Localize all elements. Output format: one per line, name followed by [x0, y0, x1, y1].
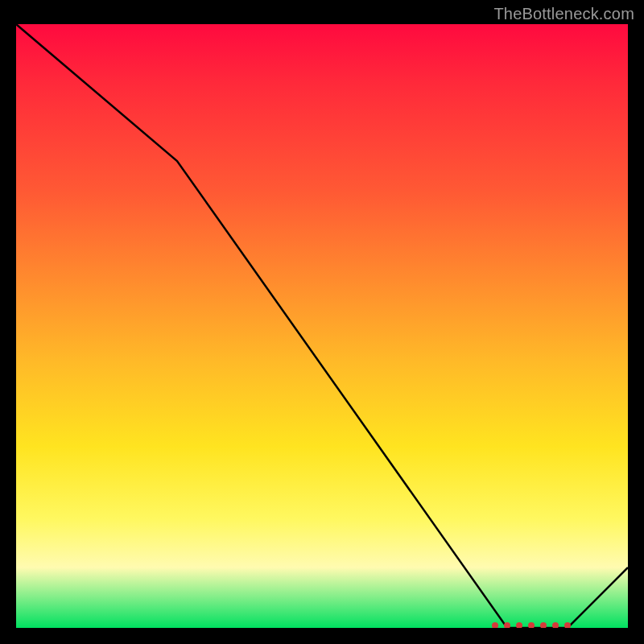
watermark-text: TheBottleneck.com — [493, 5, 634, 23]
curve-path — [16, 24, 628, 628]
marker-dot — [564, 622, 571, 628]
optimum-markers — [492, 622, 571, 628]
chart-stage: TheBottleneck.com — [0, 0, 644, 644]
marker-dot — [504, 622, 510, 628]
marker-dot — [516, 622, 522, 628]
marker-dot — [540, 622, 547, 628]
chart-svg — [16, 24, 628, 628]
plot-area — [16, 24, 628, 628]
marker-dot — [552, 622, 559, 628]
marker-dot — [528, 622, 535, 628]
marker-dot — [492, 622, 498, 628]
